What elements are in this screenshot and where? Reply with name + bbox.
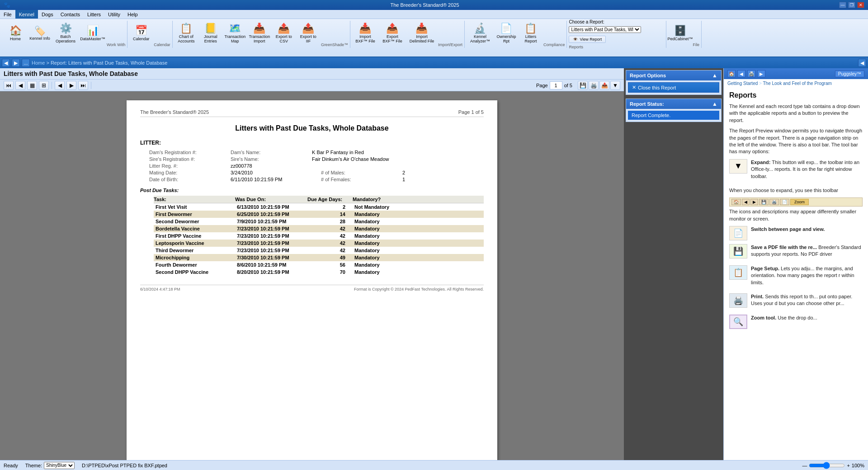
task-col-age-header: Due Age Days: <box>307 197 353 202</box>
export-bxf-icon: 📤 <box>386 24 398 33</box>
females-label: # of Females: <box>321 177 402 182</box>
task-age: 2 <box>309 204 354 210</box>
export-csv-label: Export to CSV <box>274 34 294 43</box>
task-age: 42 <box>309 240 354 246</box>
menu-file[interactable]: File <box>0 10 15 19</box>
help-forward-button[interactable]: ▶ <box>757 70 765 77</box>
ribbon-chart-accounts-button[interactable]: 📋 Chart of Accounts <box>175 21 198 46</box>
side-panel: Report Options ▲ ✕ Close this Report Rep… <box>624 68 723 460</box>
zoom-minus[interactable]: — <box>802 463 807 468</box>
task-name: First DHPP Vaccine <box>156 233 237 239</box>
task-row: Bordetella Vaccine 7/23/2010 10:21:59 PM… <box>154 225 484 232</box>
help-breadcrumb-current[interactable]: The Look and Feel of the Program <box>763 81 831 86</box>
ribbon-transaction-map-button[interactable]: 🗺️ Transaction Map <box>223 21 247 46</box>
task-age: 42 <box>309 248 354 253</box>
toolbar-right-btns: 💾 🖨️ 📤 ▼ <box>578 81 620 90</box>
ribbon-ownership-rpt-button[interactable]: 📄 Ownership Rpt <box>495 21 518 46</box>
task-row: Leptosporin Vaccine 7/23/2010 10:21:59 P… <box>154 240 484 247</box>
ribbon-datamaster-button[interactable]: 📊 DataMaster™ <box>80 21 106 46</box>
choose-report-select[interactable]: Litters with Past Due Tasks, WI <box>569 26 641 33</box>
zoom-plus[interactable]: + <box>847 463 849 468</box>
menu-contacts[interactable]: Contacts <box>57 10 84 19</box>
ribbon-export-bxf-button[interactable]: 📤 Export BXF™ File <box>379 21 406 46</box>
ribbon-home-button[interactable]: 🏠 Home <box>4 21 27 46</box>
ribbon-pedcabinet-button[interactable]: 🗄️ PedCabinet™ <box>668 21 692 46</box>
status-ready: Ready <box>4 463 18 468</box>
help-breadcrumb-start[interactable]: Getting Started <box>727 81 758 86</box>
ribbon-import-delimited-button[interactable]: 📥 Import Delimited File <box>406 21 437 46</box>
ribbon-litters-report-button[interactable]: 📋 Litters Report <box>519 21 542 46</box>
menu-dogs[interactable]: Dogs <box>38 10 57 19</box>
task-due: 7/23/2010 10:21:59 PM <box>237 240 309 246</box>
breadcrumb-home[interactable]: Home <box>32 60 45 66</box>
status-theme-select[interactable]: ShinyBlue <box>44 462 75 469</box>
report-status-label: Report Status: <box>630 101 664 107</box>
ribbon-export-csv-button[interactable]: 📤 Export to CSV <box>272 21 296 46</box>
ribbon-kennel-analyzer-button[interactable]: 🔬 Kennel Analyzer™ <box>467 21 494 46</box>
ribbon-export-iif-button[interactable]: 📤 Export to IIF <box>297 21 320 46</box>
breadcrumb-separator: > <box>46 60 50 66</box>
toolbar-first-page[interactable]: ⏮ <box>4 81 14 90</box>
task-due: 8/6/2010 10:21:59 PM <box>237 262 309 268</box>
page-header-left: The Breeder's Standard® 2025 <box>140 109 209 115</box>
ribbon-batch-ops-button[interactable]: ⚙️ Batch Operations <box>52 21 79 46</box>
page-header-right: Page 1 of 5 <box>458 109 484 115</box>
transaction-import-label: Transaction Import <box>249 34 270 43</box>
toolbar-expand[interactable]: ▼ <box>610 81 620 90</box>
page-label: Page <box>536 83 548 88</box>
tasks-title: Post Due Tasks: <box>140 188 484 193</box>
close-report-button[interactable]: ✕ Close this Report <box>628 82 719 93</box>
compliance-label: Compliance <box>543 42 565 48</box>
task-age: 56 <box>309 262 354 268</box>
report-status-collapse[interactable]: ▲ <box>712 101 717 107</box>
menu-help[interactable]: Help <box>124 10 142 19</box>
restore-button[interactable]: ❐ <box>848 2 855 8</box>
toolbar-last-page[interactable]: ⏭ <box>78 81 88 90</box>
toolbar-print[interactable]: 🖨️ <box>589 81 599 90</box>
nav-collapse-button[interactable]: ◀ <box>858 59 866 67</box>
ribbon-group-reports: Choose a Report: Litters with Past Due T… <box>567 21 666 48</box>
ribbon-calendar-button[interactable]: 📅 Calendar <box>129 21 153 46</box>
ribbon-kennel-info-button[interactable]: 🏷️ Kennel Info <box>28 21 52 46</box>
toolbar-page-view[interactable]: ▦ <box>27 81 37 90</box>
ribbon-journal-entries-button[interactable]: 📒 Journal Entries <box>199 21 222 46</box>
ribbon-import-bxf-button[interactable]: 📥 Import BXF™ File <box>352 21 378 46</box>
toolbar-export[interactable]: 📤 <box>599 81 609 90</box>
minimize-button[interactable]: — <box>839 2 846 8</box>
page-input[interactable] <box>550 81 562 89</box>
task-row: Second DHPP Vaccine 8/20/2010 10:21:59 P… <box>154 268 484 276</box>
report-options-panel: Report Options ▲ ✕ Close this Report <box>626 70 722 95</box>
menu-litters[interactable]: Litters <box>84 10 104 19</box>
report-scroll-area[interactable]: The Breeder's Standard® 2025 Page 1 of 5… <box>0 91 624 460</box>
nav-more-button[interactable]: ... <box>22 59 30 67</box>
toolbar-prev2[interactable]: ◀ <box>55 81 65 90</box>
help-back-button[interactable]: ◀ <box>737 70 745 77</box>
tasks-header-row: Task: Was Due On: Due Age Days: Mandator… <box>154 196 484 203</box>
zoom-slider[interactable] <box>809 462 845 469</box>
toolbar-prev-page[interactable]: ◀ <box>15 81 25 90</box>
menu-utility[interactable]: Utility <box>104 10 124 19</box>
help-print-button[interactable]: 🖨️ <box>747 70 755 77</box>
datamaster-label: DataMaster™ <box>80 37 105 41</box>
kennel-analyzer-label: Kennel Analyzer™ <box>468 34 492 43</box>
menu-bar: File Kennel Dogs Contacts Litters Utilit… <box>0 10 868 19</box>
menu-kennel[interactable]: Kennel <box>15 10 38 19</box>
close-button[interactable]: ✕ <box>857 2 864 8</box>
ribbon-group-compliance: 🔬 Kennel Analyzer™ 📄 Ownership Rpt 📋 Lit… <box>465 21 567 48</box>
help-home-button[interactable]: 🏠 <box>727 70 736 77</box>
litters-report-icon: 📋 <box>524 24 537 33</box>
ribbon-group-calendar: 📅 Calendar Calendar <box>127 21 173 48</box>
nav-forward-button[interactable]: ▶ <box>12 59 20 67</box>
task-due: 7/23/2010 10:21:59 PM <box>237 233 309 239</box>
import-delimited-icon: 📥 <box>415 24 428 33</box>
nav-back-button[interactable]: ◀ <box>2 59 10 67</box>
ribbon-view-report-button[interactable]: 👁️ View Report <box>569 36 606 43</box>
help-save-row: 💾 Save a PDF file with the re... Breeder… <box>729 244 863 262</box>
toolbar-next[interactable]: ▶ <box>66 81 76 90</box>
task-name: Second DHPP Vaccine <box>156 269 237 275</box>
task-due: 6/13/2010 10:21:59 PM <box>237 204 309 210</box>
ribbon-transaction-import-button[interactable]: 📥 Transaction Import <box>248 21 271 46</box>
toolbar-save-pdf[interactable]: 💾 <box>578 81 588 90</box>
report-options-collapse[interactable]: ▲ <box>712 72 717 79</box>
toolbar-multi-view[interactable]: ⊞ <box>39 81 49 90</box>
